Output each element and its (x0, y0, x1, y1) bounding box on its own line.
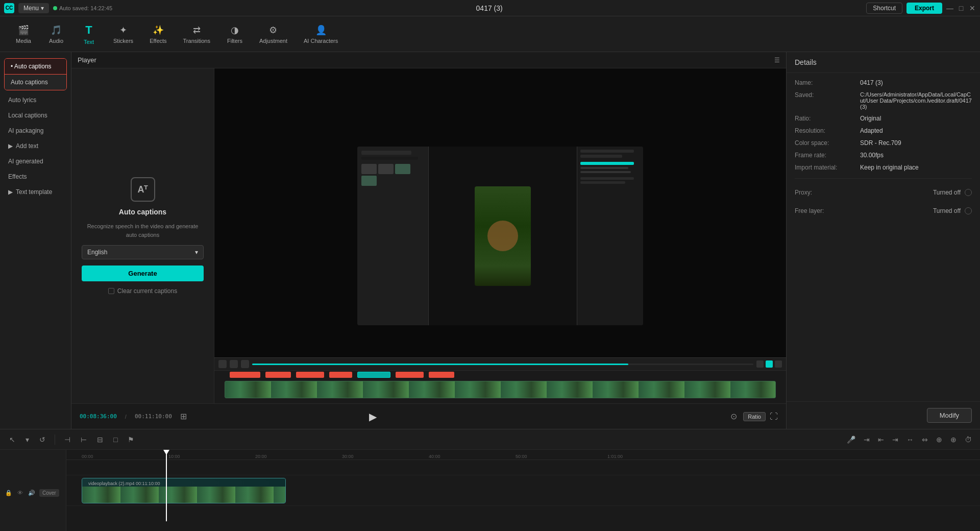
split-prev-icon: ⊣ (64, 436, 70, 444)
undo-icon: ↺ (39, 436, 45, 444)
track-lock-button[interactable]: 🔒 (4, 489, 13, 497)
toolbar-item-adjustment[interactable]: ⚙ Adjustment (252, 21, 295, 47)
toolbar-label-media: Media (16, 38, 31, 44)
auto-captions-panel: Aᵀ Auto captions Recognize speech in the… (71, 68, 214, 403)
track-mute-button[interactable]: 🔊 (27, 489, 36, 497)
cursor-tool-button[interactable]: ↖ (6, 433, 18, 446)
split-both-button[interactable]: ⊟ (94, 433, 106, 446)
video-clip[interactable]: videoplayback (2).mp4 00:11:10:00 (82, 478, 286, 503)
timeline-btn-3[interactable]: ⇥ (890, 433, 900, 446)
left-menu-ai-generated[interactable]: AI generated (0, 154, 71, 169)
split-both-icon: ⊟ (97, 436, 103, 444)
menu-button[interactable]: Menu ▾ (18, 3, 49, 13)
mic-button[interactable]: 🎤 (845, 433, 857, 446)
toolbar-item-filters[interactable]: ◑ Filters (219, 21, 250, 47)
left-menu-ai-packaging[interactable]: AI packaging (0, 123, 71, 138)
toolbar-item-ai-characters[interactable]: 👤 AI Characters (297, 21, 345, 47)
track-eye-button[interactable]: 👁 (16, 489, 24, 497)
left-menu-text-template[interactable]: ▶ Text template (0, 184, 71, 200)
detail-row-color-space: Color space: SDR - Rec.709 (795, 139, 972, 147)
toolbar: 🎬 Media 🎵 Audio T Text ✦ Stickers ✨ Effe… (0, 16, 980, 52)
language-select[interactable]: English ▾ (82, 245, 204, 259)
top-bar: CC Menu ▾ Auto saved: 14:22:45 0417 (3) … (0, 0, 980, 16)
center-panel: Player ☰ Aᵀ Auto captions Recognize spee… (71, 52, 786, 429)
auto-captions-label-sub: Auto captions (11, 79, 48, 86)
screenshot-center (429, 147, 577, 325)
split-prev-button[interactable]: ⊣ (61, 433, 74, 446)
detail-label-color-space: Color space: (795, 139, 856, 147)
flag-button[interactable]: ⚑ (125, 433, 137, 446)
detail-value-ratio: Original (860, 115, 972, 122)
left-menu-auto-lyrics[interactable]: Auto lyrics (0, 92, 71, 108)
project-title: 0417 (3) (476, 4, 503, 12)
undo-button[interactable]: ↺ (36, 433, 48, 446)
cursor-dropdown-button[interactable]: ▾ (22, 433, 32, 446)
minimize-button[interactable]: — (946, 5, 953, 12)
fullscreen-button[interactable]: ⛶ (770, 412, 778, 421)
proxy-toggle[interactable] (965, 189, 972, 196)
left-menu-local-captions[interactable]: Local captions (0, 108, 71, 123)
play-button[interactable]: ▶ (366, 409, 380, 424)
timeline-btn-6[interactable]: ⊕ (934, 433, 944, 446)
timeline-btn-7[interactable]: ⊕ (948, 433, 959, 446)
toolbar-item-text[interactable]: T Text (74, 20, 104, 48)
top-bar-right: Shortcut Export — □ ✕ (866, 3, 976, 14)
toolbar-item-effects[interactable]: ✨ Effects (142, 21, 174, 47)
split-next-icon: ⊢ (81, 436, 87, 444)
clip-label-video: videoplayback (2).mp4 00:11:10:00 (85, 480, 163, 487)
ruler-mark-20: 20:00 (255, 454, 267, 459)
timeline-btn-2[interactable]: ⇤ (876, 433, 886, 446)
left-menu-add-text[interactable]: ▶ Add text (0, 138, 71, 154)
toolbar-label-ai-characters: AI Characters (304, 38, 338, 44)
generate-button[interactable]: Generate (82, 266, 204, 281)
detail-label-saved: Saved: (795, 91, 856, 99)
caption-track-row (66, 460, 980, 475)
ruler-mark-101: 1:01:00 (607, 454, 623, 459)
player-menu-icon[interactable]: ☰ (774, 57, 780, 64)
effects-icon: ✨ (153, 25, 164, 36)
delete-button[interactable]: □ (110, 433, 120, 446)
language-value: English (87, 249, 107, 256)
detail-row-saved: Saved: C:/Users/Administrator/AppData/Lo… (795, 91, 972, 110)
detail-value-import-material: Keep in original place (860, 164, 972, 171)
ruler-mark-10: 10:00 (168, 454, 180, 459)
toolbar-item-audio[interactable]: 🎵 Audio (41, 21, 71, 47)
timeline-btn-1[interactable]: ⇥ (862, 433, 872, 446)
timeline-btn-5[interactable]: ⇔ (920, 433, 930, 446)
auto-captions-item-main[interactable]: • Auto captions (5, 59, 66, 75)
player-controls-right: ⊙ Ratio ⛶ (728, 409, 778, 423)
close-button[interactable]: ✕ (969, 5, 976, 12)
export-button[interactable]: Export (906, 3, 942, 14)
modify-button[interactable]: Modify (927, 408, 972, 423)
clear-captions-row[interactable]: Clear current captions (108, 287, 177, 295)
proxy-label: Proxy: (795, 189, 812, 196)
toolbar-item-stickers[interactable]: ✦ Stickers (106, 21, 140, 47)
ratio-button[interactable]: Ratio (743, 412, 766, 421)
detail-row-ratio: Ratio: Original (795, 115, 972, 122)
cover-button[interactable]: Cover (39, 489, 59, 497)
grid-view-button[interactable]: ⊞ (178, 409, 189, 423)
maximize-button[interactable]: □ (958, 5, 965, 12)
free-layer-label: Free layer: (795, 207, 824, 214)
ai-characters-icon: 👤 (315, 25, 327, 36)
left-menu-effects[interactable]: Effects (0, 169, 71, 184)
player-area: Player ☰ Aᵀ Auto captions Recognize spee… (71, 52, 786, 429)
detail-row-name: Name: 0417 (3) (795, 79, 972, 86)
auto-captions-item-sub[interactable]: Auto captions (5, 75, 66, 90)
timeline-clock-button[interactable]: ⏱ (963, 433, 974, 446)
fit-screen-button[interactable]: ⊙ (728, 409, 739, 423)
shortcut-button[interactable]: Shortcut (866, 3, 902, 14)
timeline-tracks[interactable]: 00:00 10:00 20:00 30:00 40:00 50:00 1:01… (66, 450, 980, 531)
timeline-btn-4[interactable]: ↔ (904, 433, 916, 446)
toolbar-item-transitions[interactable]: ⇄ Transitions (176, 21, 217, 47)
clear-captions-checkbox[interactable] (108, 288, 114, 294)
toolbar-label-stickers: Stickers (113, 38, 133, 44)
media-icon: 🎬 (18, 25, 29, 36)
detail-value-saved: C:/Users/Administrator/AppData/Local/Cap… (860, 91, 972, 110)
player-title: Player (78, 56, 96, 64)
free-layer-toggle[interactable] (965, 207, 972, 214)
top-bar-left: CC Menu ▾ Auto saved: 14:22:45 (4, 3, 112, 13)
auto-saved-indicator: Auto saved: 14:22:45 (53, 5, 112, 11)
split-next-button[interactable]: ⊢ (78, 433, 90, 446)
toolbar-item-media[interactable]: 🎬 Media (8, 21, 39, 47)
